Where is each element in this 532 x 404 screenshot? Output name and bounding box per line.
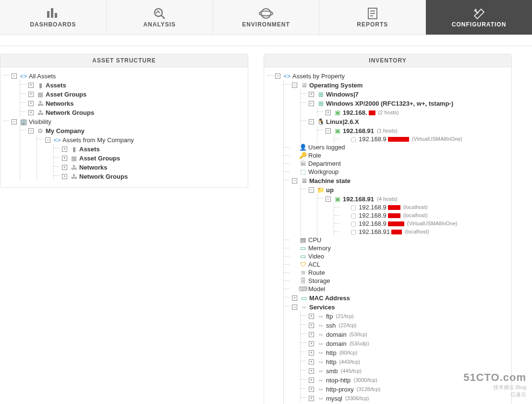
route-icon: ≋ <box>299 269 307 277</box>
inv-services[interactable]: −⎃Services <box>292 303 335 311</box>
service-icon: ⎃ <box>317 340 325 348</box>
inv-service[interactable]: +⎃mysql (3306/tcp) <box>309 394 369 403</box>
tab-analysis[interactable]: ANALYSIS <box>107 0 213 35</box>
inv-service[interactable]: +⎃smb (445/tcp) <box>309 367 362 375</box>
building-icon: 🏢 <box>20 118 27 126</box>
panel-title: INVENTORY <box>264 54 511 67</box>
inv-service[interactable]: +⎃domain (53/udp) <box>309 340 369 348</box>
inv-linux-ip[interactable]: ▢192.168.9(VirtualUSMAllInOne) <box>342 135 462 143</box>
tab-label: ENVIRONMENT <box>242 21 290 28</box>
host-icon: ▢ <box>350 220 357 228</box>
svg-rect-0 <box>47 11 49 18</box>
network-group-icon: 🖧 <box>70 173 78 181</box>
asset-structure-panel: ASSET STRUCTURE −<>All Assets +▮Assets +… <box>0 54 248 188</box>
server-icon: ▮ <box>36 82 44 89</box>
host-icon: ▢ <box>350 212 357 220</box>
host-icon: ▢ <box>350 228 357 236</box>
inv-service[interactable]: +⎃ftp (21/tcp) <box>309 312 354 320</box>
inv-storage[interactable]: 🗄Storage <box>292 277 330 285</box>
inv-service[interactable]: +⎃ssh (22/tcp) <box>309 321 357 330</box>
inv-service[interactable]: +⎃ntop-http (3000/tcp) <box>309 376 377 384</box>
inv-linux[interactable]: −🐧Linux|2.6.X <box>309 118 359 126</box>
inv-video[interactable]: ▭Video <box>292 252 324 260</box>
tree-node-assets-from-company[interactable]: −<>Assets from My Company <box>45 136 134 144</box>
server-icon: ▮ <box>70 146 78 153</box>
host-icon: ▣ <box>334 127 341 135</box>
inv-service[interactable]: +⎃domain (53/tcp) <box>309 331 367 339</box>
inv-service[interactable]: +⎃http (443/tcp) <box>309 358 360 366</box>
inv-os[interactable]: −🖥Operating System <box>292 81 363 89</box>
tree-node-my-company[interactable]: −⚙My Company <box>28 127 85 135</box>
tree-node-assets[interactable]: +▮Assets <box>28 81 66 89</box>
inv-winxp[interactable]: −⊞Windows XP/2000 (RFC1323+, w+, tstamp-… <box>309 99 453 108</box>
svg-point-5 <box>261 9 271 18</box>
panel-title: ASSET STRUCTURE <box>0 54 248 67</box>
tab-label: REPORTS <box>357 21 388 28</box>
host-icon: ▣ <box>334 196 341 203</box>
service-icon: ⎃ <box>317 367 325 375</box>
tab-dashboards[interactable]: DASHBOARDS <box>0 0 107 35</box>
inv-up-net[interactable]: −▣192.168.91(4 hosts) <box>326 195 398 203</box>
inv-service[interactable]: +⎃http-proxy (3128/tcp) <box>309 385 380 393</box>
host-icon: ▢ <box>350 135 357 143</box>
tree-node-networks[interactable]: +🖧Networks <box>28 99 74 108</box>
service-icon: ⎃ <box>317 349 325 357</box>
tree-node-asset-groups[interactable]: +▦Asset Groups <box>28 90 86 98</box>
inv-host-1[interactable]: ▢192.168.9(localhost) <box>342 203 428 211</box>
svg-point-3 <box>155 9 162 16</box>
tab-label: CONFIGURATION <box>452 21 506 28</box>
svg-rect-2 <box>55 13 57 18</box>
tab-reports[interactable]: REPORTS <box>319 0 426 35</box>
inv-workgroup[interactable]: ⬚Workgroup <box>292 168 339 176</box>
services-icon: ⎃ <box>300 304 308 311</box>
inv-service[interactable]: +⎃http (80/tcp) <box>309 349 357 357</box>
tab-label: DASHBOARDS <box>30 21 76 28</box>
tree-node-c-asset-groups[interactable]: +▦Asset Groups <box>62 154 120 162</box>
tab-environment[interactable]: ENVIRONMENT <box>213 0 320 35</box>
toolbar-row <box>0 35 532 46</box>
analysis-icon <box>152 7 167 20</box>
tab-configuration[interactable]: CONFIGURATION <box>426 0 532 35</box>
inv-route[interactable]: ≋Route <box>292 269 325 277</box>
tree-node-c-networks[interactable]: +🖧Networks <box>62 163 108 171</box>
host-icon: ▢ <box>350 204 357 211</box>
department-icon: 🏛 <box>299 160 307 168</box>
svg-rect-1 <box>51 8 53 18</box>
inv-cpu[interactable]: ▤CPU <box>292 236 321 244</box>
inv-linux-net[interactable]: −▣192.168.91(1 hosts) <box>326 127 398 135</box>
inv-model[interactable]: ⌨Model <box>292 285 325 293</box>
inv-up[interactable]: −📁up <box>309 186 334 194</box>
dashboards-icon <box>45 7 60 20</box>
tab-label: ANALYSIS <box>143 21 176 28</box>
inv-root[interactable]: −<>Assets by Property <box>275 72 345 80</box>
svg-line-4 <box>161 15 165 19</box>
service-icon: ⎃ <box>317 313 325 320</box>
inv-host-4[interactable]: ▢192.168.91(localhost) <box>342 228 429 236</box>
tree-node-network-groups[interactable]: +🖧Network Groups <box>28 109 94 117</box>
host-icon: ▣ <box>334 109 341 117</box>
servers-icon: ▦ <box>70 155 78 162</box>
service-icon: ⎃ <box>317 322 325 330</box>
memory-icon: ▭ <box>299 245 307 252</box>
tree-node-visibility[interactable]: −🏢Visibility <box>12 118 51 126</box>
inv-machine-state[interactable]: −🖥Machine state <box>292 177 351 185</box>
tree-node-all-assets[interactable]: −<>All Assets <box>12 72 56 80</box>
role-icon: 🔑 <box>299 152 307 159</box>
inv-host-2[interactable]: ▢192.168.9(localhost) <box>342 211 428 220</box>
inv-memory[interactable]: ▭Memory <box>292 244 331 252</box>
tree-node-c-assets[interactable]: +▮Assets <box>62 145 100 153</box>
tree-node-c-network-groups[interactable]: +🖧Network Groups <box>62 172 128 181</box>
inv-mac[interactable]: +▭MAC Address <box>292 294 350 302</box>
mac-icon: ▭ <box>300 294 308 302</box>
inv-acl[interactable]: 🛡ACL <box>292 260 320 269</box>
windows-icon: ⊞ <box>317 100 325 108</box>
inv-host-3[interactable]: ▢192.168.9(VirtualUSMAllInOne) <box>342 220 458 228</box>
code-icon: <> <box>283 73 291 80</box>
inv-department[interactable]: 🏛Department <box>292 159 341 168</box>
environment-icon <box>258 7 274 20</box>
workgroup-icon: ⬚ <box>299 168 307 176</box>
inv-users-logged[interactable]: 👤Users logged <box>292 143 345 151</box>
inv-role[interactable]: 🔑Role <box>292 151 321 159</box>
inv-winxp-ip[interactable]: +▣192.168.(2 hosts) <box>326 109 399 117</box>
inv-win7[interactable]: +⊞Windows|7 <box>309 90 359 98</box>
